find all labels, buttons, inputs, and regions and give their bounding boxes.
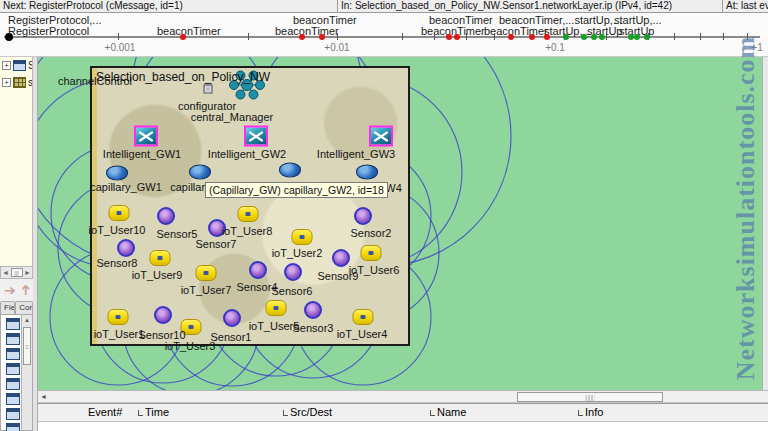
node-label-Sensor3: Sensor3: [293, 322, 334, 334]
canvas-horizontal-scrollbar[interactable]: ◄: [38, 390, 768, 403]
timeline-tick: [402, 33, 403, 40]
timeline-tick: [606, 33, 607, 40]
node-ioT_User9[interactable]: [150, 250, 171, 266]
node-ioT_User8[interactable]: [238, 206, 259, 222]
node-ioT_User4[interactable]: [353, 309, 374, 325]
node-ioT_User1[interactable]: [108, 309, 129, 325]
scroll-right-arrow-icon[interactable]: ►: [24, 269, 31, 276]
node-ioT_User5[interactable]: [266, 300, 287, 316]
node-Sensor9[interactable]: [332, 249, 350, 267]
sensor-icon: [354, 207, 372, 225]
node-Intelligent_GW3[interactable]: [369, 126, 393, 147]
node-configurator[interactable]: [204, 85, 213, 94]
sensor-icon: [332, 249, 350, 267]
event-log-header: Event#TimeSrc/DestNameInfo: [38, 404, 768, 422]
network-canvas[interactable]: Selection_based_on_Policy_NW channelCont…: [38, 57, 762, 390]
node-capillary_GW1[interactable]: [106, 166, 128, 181]
node-label-ioT_User4: ioT_User4: [337, 328, 388, 340]
node-ioT_User7[interactable]: [196, 265, 217, 281]
node-label-channelControl: channelControl: [58, 75, 132, 87]
node-Sensor2[interactable]: [354, 207, 372, 225]
node-label-Sensor6: Sensor6: [272, 285, 313, 297]
node-ioT_User10[interactable]: [109, 205, 130, 221]
sensor-icon: [284, 263, 302, 281]
expand-icon[interactable]: +: [2, 61, 11, 70]
node-Sensor10[interactable]: [154, 306, 172, 324]
sensor-icon: [249, 261, 267, 279]
event-timeline[interactable]: RegisterProtocol,...beaconTimerbeaconTim…: [0, 13, 768, 57]
timeline-tick: [337, 33, 338, 40]
timeline-tick: [747, 33, 748, 40]
scrollbar-thumb[interactable]: |||: [11, 268, 23, 277]
column-header-name[interactable]: Name: [430, 406, 466, 418]
node-Sensor5[interactable]: [157, 207, 175, 225]
canvas-vertical-scrollbar[interactable]: [762, 57, 768, 390]
inspector-window-icon[interactable]: [6, 378, 20, 390]
node-capillary_GW2[interactable]: [189, 165, 211, 180]
sensor-icon: [157, 207, 175, 225]
node-capillary_GW3[interactable]: [279, 163, 301, 178]
tree-item-sc[interactable]: +sc: [0, 74, 32, 91]
node-Sensor1[interactable]: [223, 309, 241, 327]
status-in-module: In: Selection_based_on_Policy_NW.Sensor1…: [338, 0, 723, 12]
timeline-event-label: beaconTimer: [157, 25, 221, 37]
message-dot-red: [454, 34, 460, 40]
column-header-time[interactable]: Time: [138, 406, 169, 418]
node-Sensor4[interactable]: [249, 261, 267, 279]
node-Sensor3[interactable]: [304, 301, 322, 319]
node-label-Sensor1: Sensor1: [211, 331, 252, 343]
router-icon: [189, 165, 211, 180]
node-capillary_GW4[interactable]: [356, 165, 378, 180]
inspector-vertical-scrollbar[interactable]: ▲ ≡: [21, 315, 32, 430]
forward-arrow-icon[interactable]: ➔: [4, 283, 16, 297]
message-dot-red: [446, 34, 452, 40]
node-Intelligent_GW1[interactable]: [134, 126, 158, 147]
node-Intelligent_GW2[interactable]: [244, 126, 268, 147]
node-ioT_User6[interactable]: [361, 245, 382, 261]
inspector-window-icon[interactable]: [6, 348, 20, 360]
message-dot-green: [599, 34, 605, 40]
column-header-src-dest[interactable]: Src/Dest: [283, 406, 332, 418]
node-Sensor6[interactable]: [284, 263, 302, 281]
object-tree-panel[interactable]: +Se+sc: [0, 57, 33, 266]
inspector-window-icon[interactable]: [6, 393, 20, 405]
scroll-up-arrow-icon[interactable]: ▲: [22, 315, 32, 325]
message-dot-green: [644, 34, 650, 40]
device-icon: [361, 245, 382, 261]
scrollbar-thumb[interactable]: [517, 392, 663, 402]
message-dot-green: [634, 34, 640, 40]
device-icon: [109, 205, 130, 221]
tab-Con[interactable]: Con: [15, 301, 33, 314]
node-ioT_User2[interactable]: [292, 229, 313, 245]
node-label-Intelligent_GW2: Intelligent_GW2: [208, 148, 286, 160]
message-dot-red: [299, 34, 305, 40]
message-dot-red: [508, 34, 514, 40]
column-header-event-[interactable]: Event#: [88, 406, 122, 418]
sort-indicator-icon: [138, 410, 143, 416]
inspector-window-icon[interactable]: [6, 333, 20, 345]
timeline-tick-label: +0.01: [324, 42, 349, 53]
inspector-window-icon[interactable]: [6, 363, 20, 375]
tab-Fie[interactable]: Fie: [0, 301, 15, 314]
sort-indicator-icon: [283, 410, 288, 416]
node-label-ioT_User3: ioT_User3: [165, 340, 216, 352]
column-header-info[interactable]: Info: [578, 406, 603, 418]
node-Sensor8[interactable]: [117, 239, 135, 257]
sensor-icon: [154, 306, 172, 324]
inspector-window-icon[interactable]: [6, 408, 20, 420]
expand-icon[interactable]: +: [2, 78, 11, 87]
inspector-horizontal-scrollbar[interactable]: ◄ ||| ►: [0, 266, 33, 279]
sort-indicator-icon: [578, 410, 583, 416]
scroll-left-arrow-icon[interactable]: ◄: [40, 393, 47, 400]
inspector-window-icon[interactable]: [6, 423, 20, 431]
node-label-capillary_GW1: capillary_GW1: [90, 181, 162, 193]
node-label-Sensor7: Sensor7: [196, 238, 237, 250]
scrollbar-thumb[interactable]: ≡: [23, 327, 31, 365]
router-icon: [279, 163, 301, 178]
inspector-window-icon[interactable]: [6, 318, 20, 330]
tree-item-Se[interactable]: +Se: [0, 57, 32, 74]
timeline-tick-label: +0.001: [105, 42, 136, 53]
up-arrow-icon[interactable]: ➔: [18, 284, 32, 296]
scroll-left-arrow-icon[interactable]: ◄: [2, 269, 9, 276]
node-label-ioT_User8: ioT_User8: [222, 225, 273, 237]
